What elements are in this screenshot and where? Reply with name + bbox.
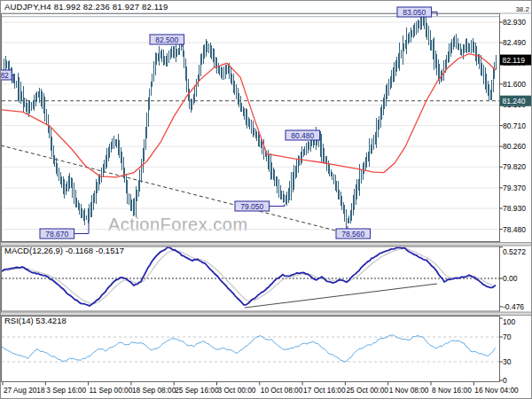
rsi-line[interactable] <box>1 335 496 362</box>
macd-tick-label: 0.5272 <box>503 247 526 256</box>
price-flag-text: 80.480 <box>291 131 314 140</box>
y-tick-label: 80.260 <box>503 142 526 151</box>
x-tick-label: 25 Oct 00:00 <box>346 386 388 395</box>
fib-38-label: 38.2 <box>515 5 529 13</box>
macd-main-line[interactable] <box>1 247 496 306</box>
ohlc-bars <box>4 13 497 229</box>
price-flag-text: 79.050 <box>240 202 263 211</box>
y-tick-label: 78.480 <box>503 225 526 234</box>
x-tick-label: 3 Oct 00:00 <box>218 386 256 395</box>
rsi-tick-label: 70 <box>503 332 512 341</box>
price-flag-text: 78.560 <box>341 230 364 239</box>
rsi-tick-label: 100 <box>503 317 515 326</box>
macd-indicator-label: MACD(12,26,9) -0.1168 -0.1517 <box>4 246 124 255</box>
panel-frame <box>2 317 500 382</box>
price-flag-text: 83.050 <box>403 8 426 17</box>
panel-separator[interactable] <box>1 312 531 316</box>
chart-window: AUDJPY,H4 81.992 82.236 81.927 82.119 Ac… <box>0 0 532 399</box>
price-chart-canvas[interactable]: 38.28282.50083.05080.48078.67079.05078.5… <box>1 1 531 398</box>
moving-average-line[interactable] <box>1 54 496 177</box>
x-tick-label: 18 Sep 08:00 <box>132 386 176 395</box>
rsi-tick-label: 30 <box>503 357 512 366</box>
x-axis: 27 Aug 20183 Sep 16:0011 Sep 00:0018 Sep… <box>3 382 519 395</box>
rsi-gridlines <box>2 337 499 362</box>
macd-tick-label: -0.476 <box>503 302 524 311</box>
macd-tick-label: 0.00 <box>503 274 518 283</box>
rsi-indicator-label: RSI(14) 53.4218 <box>4 316 66 325</box>
y-tick-label: 79.820 <box>503 162 526 171</box>
x-tick-label: 1 Nov 08:00 <box>389 386 429 395</box>
rsi-y-axis: 10070300 <box>499 317 515 386</box>
main-y-axis: 82.93082.49082.05081.60081.15080.71080.2… <box>499 18 531 234</box>
x-tick-label: 27 Aug 2018 <box>4 386 45 395</box>
boxed-price-text: 81.240 <box>503 97 526 106</box>
x-tick-label: 17 Oct 16:00 <box>303 386 346 395</box>
y-tick-label: 78.930 <box>503 204 526 213</box>
macd-y-axis: 0.52720.00-0.476 <box>499 247 526 311</box>
x-tick-label: 8 Nov 16:00 <box>432 386 472 395</box>
y-tick-label: 82.490 <box>503 38 526 47</box>
macd-signal-line[interactable] <box>1 248 496 303</box>
price-flag-text: 82 <box>1 71 9 80</box>
y-tick-label: 80.710 <box>503 121 526 130</box>
y-tick-label: 82.930 <box>503 18 526 27</box>
price-flag-text: 78.670 <box>45 230 68 239</box>
y-tick-label: 81.600 <box>503 80 526 89</box>
x-tick-label: 16 Nov 04:00 <box>474 386 519 395</box>
boxed-price-text: 82.119 <box>503 56 526 65</box>
price-flag-text: 82.500 <box>155 35 178 44</box>
x-tick-label: 3 Sep 16:00 <box>46 386 86 395</box>
y-tick-label: 79.370 <box>503 184 526 192</box>
x-tick-label: 10 Oct 08:00 <box>261 386 303 395</box>
price-flags: 8282.50083.05080.48078.67079.05078.560 <box>1 7 437 239</box>
rsi-tick-label: 0 <box>503 376 507 385</box>
x-tick-label: 25 Sep 16:00 <box>175 386 219 395</box>
x-tick-label: 11 Sep 00:00 <box>90 386 133 395</box>
